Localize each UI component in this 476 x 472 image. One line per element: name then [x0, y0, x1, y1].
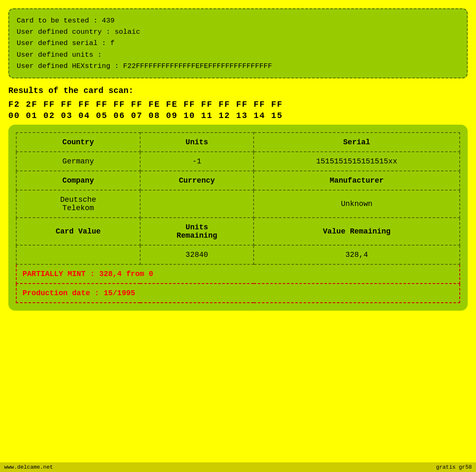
header-serial: Serial	[254, 133, 460, 152]
footer: www.delcame.net gratis gr58	[0, 462, 476, 472]
header-card-value: Card Value	[16, 218, 140, 245]
table-row-header1: Country Units Serial	[16, 133, 460, 152]
info-line2: User defined country : solaic	[17, 26, 459, 38]
table-row-header2: Company Currency Manufacturer	[16, 171, 460, 190]
footer-left: www.delcame.net	[4, 464, 53, 470]
table-row-status2: Production date : 15/1995	[16, 284, 460, 303]
info-line3: User defined serial : f	[17, 38, 459, 49]
header-country: Country	[16, 133, 140, 152]
table-row-data2: DeutscheTelekom Unknown	[16, 190, 460, 218]
index-row: 00 01 02 03 04 05 06 07 08 09 10 11 12 1…	[8, 111, 468, 121]
table-row-status1: PARTIALLY MINT : 328,4 from 0	[16, 264, 460, 284]
data-units: -1	[140, 152, 254, 171]
main-table-container: Country Units Serial Germany -1 15151515…	[8, 125, 468, 311]
header-manufacturer: Manufacturer	[254, 171, 460, 190]
data-manufacturer: Unknown	[254, 190, 460, 218]
data-currency	[140, 190, 254, 218]
info-line5: User defined HEXstring : F22FFFFFFFFFFFF…	[17, 60, 459, 72]
data-card-value	[16, 245, 140, 264]
data-units-remaining: 32840	[140, 245, 254, 264]
header-value-remaining: Value Remaining	[254, 218, 460, 245]
card-data-table: Country Units Serial Germany -1 15151515…	[16, 132, 460, 303]
header-company: Company	[16, 171, 140, 190]
status-production: Production date : 15/1995	[16, 284, 460, 303]
table-row-header3: Card Value UnitsRemaining Value Remainin…	[16, 218, 460, 245]
scan-results-label: Results of the card scan:	[8, 86, 468, 95]
data-value-remaining: 328,4	[254, 245, 460, 264]
info-line1: Card to be tested : 439	[17, 15, 459, 26]
info-line4: User defined units :	[17, 49, 459, 60]
data-serial: 1515151515151515xx	[254, 152, 460, 171]
header-currency: Currency	[140, 171, 254, 190]
footer-right: gratis gr58	[436, 464, 472, 470]
info-box: Card to be tested : 439 User defined cou…	[8, 8, 468, 78]
hex-row: F2 2F FF FF FF FF FF FF FE FE FF FF FF F…	[8, 100, 468, 109]
data-company: DeutscheTelekom	[16, 190, 140, 218]
header-units: Units	[140, 133, 254, 152]
table-row-data1: Germany -1 1515151515151515xx	[16, 152, 460, 171]
data-country: Germany	[16, 152, 140, 171]
header-units-remaining: UnitsRemaining	[140, 218, 254, 245]
table-row-data3: 32840 328,4	[16, 245, 460, 264]
status-mint: PARTIALLY MINT : 328,4 from 0	[16, 264, 460, 284]
